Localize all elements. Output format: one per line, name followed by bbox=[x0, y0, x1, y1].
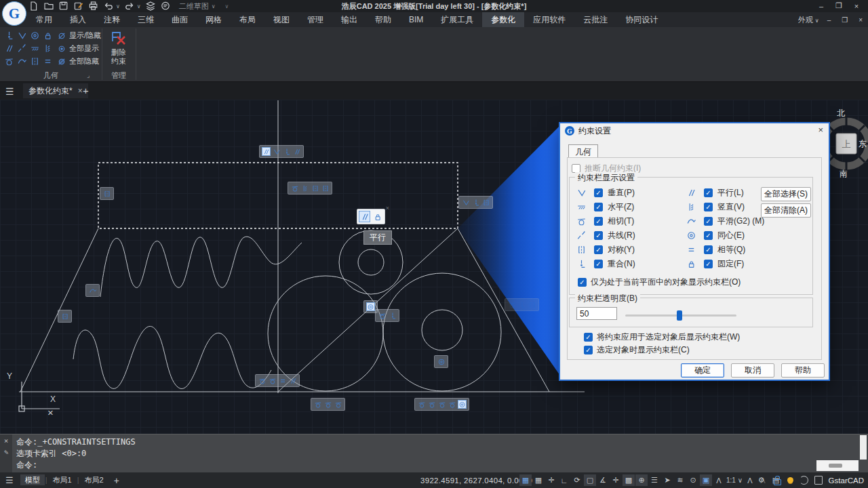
quick-view-icon[interactable]: ⊙ bbox=[687, 474, 699, 486]
new-file-icon[interactable] bbox=[28, 1, 39, 12]
constraint-badge[interactable] bbox=[100, 187, 114, 200]
minimize-button[interactable]: – bbox=[812, 0, 830, 12]
transparency-slider-thumb[interactable] bbox=[677, 310, 682, 321]
tangent-constraint-icon[interactable] bbox=[268, 376, 277, 385]
tangent-checkbox[interactable]: ✓ bbox=[594, 217, 603, 226]
constraint-tool-vertical[interactable] bbox=[41, 42, 54, 55]
tangent-constraint-icon[interactable] bbox=[507, 300, 516, 309]
print-icon[interactable] bbox=[88, 1, 99, 12]
vertical-constraint-icon[interactable] bbox=[300, 184, 309, 192]
ribbon-tab-管理[interactable]: 管理 bbox=[298, 12, 332, 27]
ribbon-tab-插入[interactable]: 插入 bbox=[61, 12, 95, 27]
doc-minimize-button[interactable]: – bbox=[825, 16, 834, 24]
tangent-constraint-icon[interactable] bbox=[437, 400, 446, 409]
doc-close-button[interactable]: × bbox=[856, 16, 865, 24]
parallel-constraint-icon[interactable] bbox=[262, 147, 271, 156]
tangent-constraint-icon[interactable] bbox=[258, 376, 267, 385]
save-as-icon[interactable] bbox=[73, 1, 84, 12]
ribbon-tab-常用[interactable]: 常用 bbox=[27, 12, 61, 27]
constraint-tool-concentric[interactable] bbox=[28, 29, 41, 42]
dialog-close-icon[interactable]: × bbox=[818, 125, 823, 135]
parallel-constraint-icon[interactable] bbox=[292, 147, 301, 156]
coincident-constraint-icon[interactable] bbox=[388, 311, 397, 320]
command-horizontal-scrollbar[interactable] bbox=[816, 460, 859, 471]
chat-icon[interactable] bbox=[160, 1, 171, 12]
hatch-toggle-icon[interactable]: ▩ bbox=[623, 474, 635, 486]
dialog-tab-geometry[interactable]: 几何 bbox=[568, 144, 598, 159]
constraint-badge[interactable] bbox=[85, 284, 100, 297]
equal-constraint-icon[interactable] bbox=[278, 376, 287, 385]
constraint-badge[interactable] bbox=[259, 145, 304, 158]
add-layout-button[interactable]: + bbox=[114, 475, 119, 486]
coincident-constraint-icon[interactable] bbox=[471, 198, 480, 207]
symmetric-constraint-icon[interactable] bbox=[311, 184, 319, 192]
layers-icon[interactable] bbox=[145, 1, 156, 12]
constraint-tool-horizontal[interactable] bbox=[28, 42, 41, 55]
restore-button[interactable]: ❐ bbox=[830, 0, 848, 12]
undo-icon[interactable] bbox=[103, 1, 114, 12]
symmetric-checkbox[interactable]: ✓ bbox=[594, 245, 603, 254]
show-on-select-checkbox[interactable]: ✓ bbox=[584, 346, 593, 354]
constraint-tool-tangent[interactable] bbox=[3, 55, 16, 68]
show-all-button[interactable]: 全部显示 bbox=[57, 42, 101, 55]
redo-icon[interactable] bbox=[124, 1, 135, 12]
sync-status-icon[interactable] bbox=[800, 476, 808, 485]
ribbon-tab-帮助[interactable]: 帮助 bbox=[366, 12, 400, 27]
statusbar-menu-icon[interactable]: ☰ bbox=[5, 475, 14, 485]
constraint-tool-coincident[interactable] bbox=[3, 29, 16, 42]
tangent-constraint-icon[interactable] bbox=[323, 400, 332, 409]
snap-3d-icon[interactable]: ✛ bbox=[610, 474, 622, 486]
object-snap-icon[interactable]: ∡ bbox=[597, 474, 609, 486]
coincident-constraint-icon[interactable] bbox=[517, 300, 526, 309]
transparency-icon[interactable]: ≋ bbox=[674, 474, 686, 486]
fixed-checkbox[interactable]: ✓ bbox=[704, 260, 713, 268]
ribbon-tab-扩展工具[interactable]: 扩展工具 bbox=[432, 12, 482, 27]
ribbon-tab-BIM[interactable]: BIM bbox=[400, 12, 432, 27]
tangent-constraint-icon[interactable] bbox=[378, 311, 387, 320]
ortho-mode-icon[interactable]: ∟ bbox=[558, 474, 570, 486]
command-vertical-scrollbar[interactable] bbox=[860, 435, 867, 460]
concentric-constraint-icon[interactable] bbox=[366, 302, 375, 311]
collinear-checkbox[interactable]: ✓ bbox=[594, 231, 603, 240]
symmetric-constraint-icon[interactable] bbox=[321, 184, 330, 192]
constraint-badge[interactable] bbox=[414, 398, 469, 411]
tab-close-icon[interactable]: × bbox=[78, 86, 83, 96]
tangent-constraint-icon[interactable] bbox=[334, 400, 342, 409]
coincident-checkbox[interactable]: ✓ bbox=[594, 260, 603, 268]
only-current-plane-checkbox-row[interactable]: ✓ 仅为处于当前平面中的对象显示约束栏(O) bbox=[578, 277, 741, 288]
symmetric-constraint-icon[interactable] bbox=[102, 189, 111, 198]
concentric-constraint-icon[interactable] bbox=[458, 400, 467, 409]
osnap-tracking-icon[interactable]: ⊕ bbox=[635, 474, 648, 486]
coincident-constraint-icon[interactable] bbox=[282, 147, 291, 156]
smooth-constraint-icon[interactable] bbox=[88, 286, 97, 295]
constraint-badge[interactable] bbox=[58, 310, 72, 323]
tangent-constraint-icon[interactable] bbox=[313, 400, 322, 409]
workspace-switch-icon[interactable]: ▣ bbox=[700, 474, 712, 486]
show-after-apply-checkbox-row[interactable]: ✓ 将约束应用于选定对象后显示约束栏(W) bbox=[584, 331, 740, 343]
constraint-tool-symmetric[interactable] bbox=[28, 55, 41, 68]
select-all-button[interactable]: 全部选择(S) bbox=[761, 187, 811, 201]
constraint-badge[interactable]: × bbox=[357, 209, 385, 224]
ribbon-tab-视图[interactable]: 视图 bbox=[264, 12, 298, 27]
clean-screen-icon[interactable] bbox=[814, 476, 823, 485]
tangent-constraint-icon[interactable] bbox=[448, 400, 456, 409]
snap-mode-icon[interactable]: ✛ bbox=[545, 474, 557, 486]
ribbon-tab-参数化[interactable]: 参数化 bbox=[482, 12, 524, 27]
grid-display-icon[interactable]: ▦ bbox=[532, 474, 545, 486]
ribbon-tab-输出[interactable]: 输出 bbox=[332, 12, 366, 27]
transparency-slider[interactable] bbox=[625, 314, 736, 317]
layout-tab-布局1[interactable]: 布局1 bbox=[48, 474, 77, 485]
only-current-plane-checkbox[interactable]: ✓ bbox=[578, 278, 587, 287]
tangent-constraint-icon[interactable] bbox=[427, 400, 436, 409]
constraint-badge[interactable] bbox=[375, 309, 399, 322]
ok-button[interactable]: 确定 bbox=[681, 363, 724, 378]
horizontal-checkbox[interactable]: ✓ bbox=[594, 203, 603, 211]
appearance-dropdown[interactable]: 外观 ∨ bbox=[798, 15, 819, 25]
parallel-checkbox[interactable]: ✓ bbox=[704, 188, 713, 197]
new-tab-button[interactable]: + bbox=[83, 85, 89, 96]
selection-cycling-icon[interactable]: ➤ bbox=[661, 474, 673, 486]
bulb-icon[interactable] bbox=[787, 477, 793, 483]
command-edit-icon[interactable]: ✎ bbox=[4, 448, 9, 457]
constraint-badge[interactable] bbox=[434, 355, 448, 368]
symmetric-constraint-icon[interactable] bbox=[528, 300, 536, 309]
